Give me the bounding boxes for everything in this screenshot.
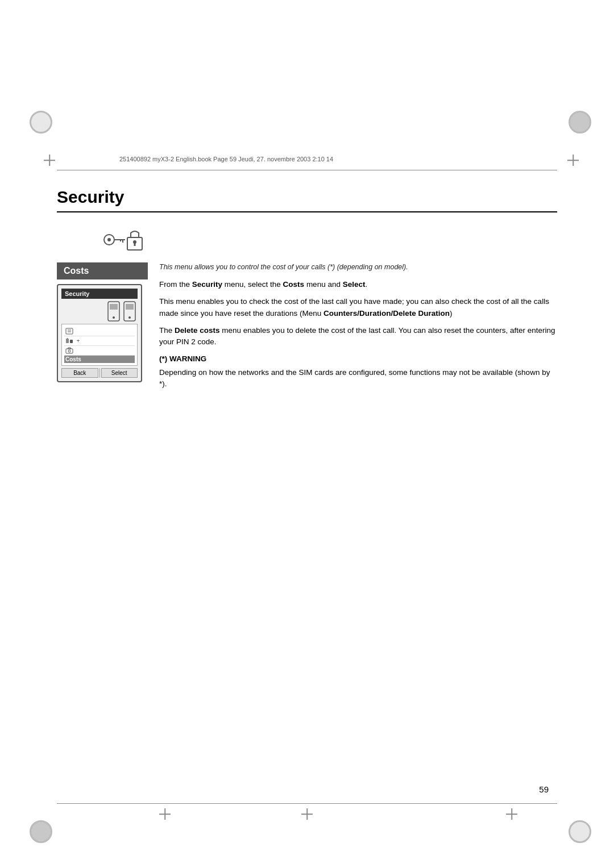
- warning-section: (*) WARNING Depending on how the network…: [159, 353, 557, 390]
- counter-icon: [64, 337, 74, 345]
- bold-select: Select: [343, 280, 366, 289]
- page: 251400892 myX3-2 English.book Page 59 Je…: [0, 0, 614, 868]
- address-book-icon: [64, 327, 74, 335]
- svg-rect-18: [70, 340, 73, 343]
- bottom-separator: [57, 803, 557, 804]
- reg-mark-bottom-3: [506, 808, 517, 820]
- bold-costs: Costs: [283, 280, 305, 289]
- costs-right: This menu allows you to control the cost…: [159, 262, 557, 390]
- svg-point-1: [107, 238, 111, 241]
- bold-delete-costs: Delete costs: [175, 326, 220, 335]
- file-info: 251400892 myX3-2 English.book Page 59 Je…: [119, 156, 333, 162]
- phone-screen-header: Security: [61, 289, 138, 299]
- svg-rect-14: [66, 328, 73, 334]
- camera-icon: [64, 347, 74, 354]
- costs-para-3: The Delete costs menu enables you to del…: [159, 325, 557, 348]
- phone-thumb-2: [122, 301, 138, 322]
- bold-security: Security: [192, 280, 222, 289]
- reg-mark-right: [567, 155, 579, 166]
- phone-menu-row-1: [64, 327, 135, 336]
- page-number: 59: [539, 784, 549, 794]
- title-underline: [57, 211, 557, 212]
- costs-para-2: This menu enables you to check the cost …: [159, 296, 557, 319]
- back-button[interactable]: Back: [61, 368, 98, 378]
- corner-mark-tr: [569, 111, 591, 133]
- corner-mark-bl: [30, 820, 52, 843]
- phone-thumb-1: [106, 301, 122, 322]
- content-area: Security: [57, 187, 557, 390]
- button-divider: [99, 368, 100, 378]
- warning-label: (*) WARNING: [159, 354, 206, 363]
- lock-icon: [102, 224, 148, 255]
- svg-point-10: [113, 316, 115, 319]
- warning-text: Depending on how the networks and the SI…: [159, 367, 557, 390]
- phone-menu-row-3: [64, 346, 135, 356]
- reg-mark-bottom-1: [159, 808, 171, 820]
- selected-item-label: Costs: [64, 356, 81, 362]
- costs-italic-text: This menu allows you to control the cost…: [159, 262, 557, 273]
- corner-mark-br: [569, 820, 591, 843]
- costs-para-1: From the Security menu, select the Costs…: [159, 279, 557, 290]
- phone-menu-row-2: ÷: [64, 336, 135, 346]
- svg-point-21: [68, 350, 70, 352]
- phone-menu-row-selected: Costs: [64, 356, 135, 363]
- lock-icon-area: [102, 224, 557, 257]
- costs-header: Costs: [57, 262, 148, 279]
- svg-rect-7: [134, 242, 136, 246]
- corner-mark-tl: [30, 111, 52, 133]
- phone-images: [61, 301, 138, 322]
- page-title: Security: [57, 187, 557, 207]
- svg-point-13: [128, 316, 131, 319]
- reg-mark-bottom-2: [301, 808, 313, 820]
- phone-screen: ÷ Costs: [61, 324, 138, 366]
- bold-counters: Counters/Duration/Delete Duration: [323, 309, 450, 318]
- svg-marker-22: [68, 348, 71, 349]
- svg-rect-12: [126, 304, 134, 310]
- phone-buttons: Back Select: [61, 368, 138, 378]
- counter-label: ÷: [77, 338, 80, 344]
- phone-mockup: Security: [57, 284, 142, 382]
- costs-section: Costs Security: [57, 262, 557, 390]
- svg-rect-20: [66, 349, 73, 353]
- select-button[interactable]: Select: [101, 368, 138, 378]
- svg-rect-17: [66, 339, 69, 343]
- header-separator: [57, 170, 557, 170]
- warning-header: (*) WARNING: [159, 353, 557, 365]
- costs-left: Costs Security: [57, 262, 148, 390]
- reg-mark-left: [44, 155, 55, 166]
- svg-rect-9: [110, 304, 118, 310]
